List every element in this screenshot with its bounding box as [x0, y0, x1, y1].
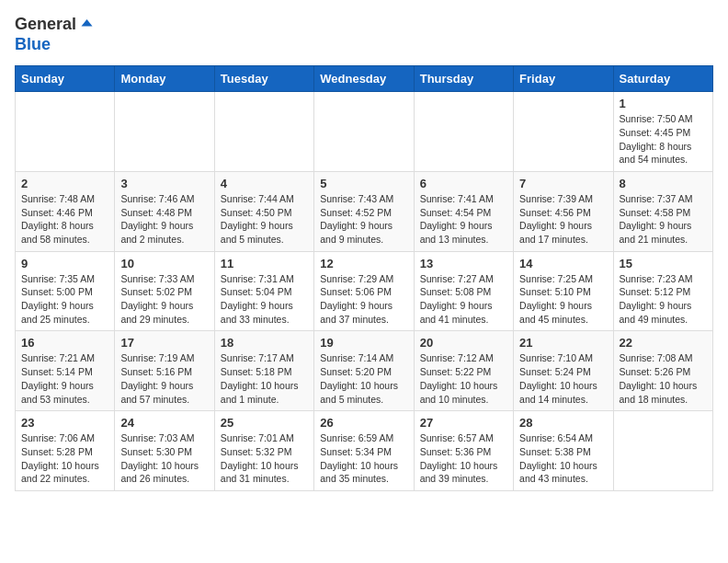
calendar-cell: 1Sunrise: 7:50 AM Sunset: 4:45 PM Daylig… [613, 92, 712, 172]
day-info: Sunrise: 7:03 AM Sunset: 5:30 PM Dayligh… [120, 431, 208, 486]
day-info: Sunrise: 7:48 AM Sunset: 4:46 PM Dayligh… [21, 192, 108, 247]
calendar-cell: 7Sunrise: 7:39 AM Sunset: 4:56 PM Daylig… [514, 171, 613, 251]
calendar-cell: 5Sunrise: 7:43 AM Sunset: 4:52 PM Daylig… [314, 171, 414, 251]
day-number: 28 [519, 416, 607, 430]
calendar-cell: 14Sunrise: 7:25 AM Sunset: 5:10 PM Dayli… [514, 251, 613, 331]
day-info: Sunrise: 6:59 AM Sunset: 5:34 PM Dayligh… [320, 431, 407, 486]
day-number: 26 [320, 416, 407, 430]
day-number: 13 [420, 257, 507, 270]
day-number: 4 [221, 177, 308, 190]
column-header-friday: Friday [514, 66, 613, 92]
day-number: 14 [519, 257, 607, 270]
day-number: 8 [620, 177, 707, 190]
day-number: 11 [221, 257, 308, 270]
column-header-monday: Monday [115, 66, 214, 92]
calendar-cell: 13Sunrise: 7:27 AM Sunset: 5:08 PM Dayli… [414, 251, 513, 331]
calendar-cell [16, 92, 115, 172]
calendar-cell: 9Sunrise: 7:35 AM Sunset: 5:00 PM Daylig… [16, 251, 115, 331]
day-number: 23 [21, 416, 108, 430]
calendar-cell: 23Sunrise: 7:06 AM Sunset: 5:28 PM Dayli… [16, 411, 115, 491]
calendar-cell: 25Sunrise: 7:01 AM Sunset: 5:32 PM Dayli… [214, 411, 313, 491]
day-info: Sunrise: 7:39 AM Sunset: 4:56 PM Dayligh… [519, 192, 607, 247]
day-info: Sunrise: 7:12 AM Sunset: 5:22 PM Dayligh… [420, 351, 507, 406]
day-info: Sunrise: 7:06 AM Sunset: 5:28 PM Dayligh… [21, 431, 108, 486]
calendar-cell: 21Sunrise: 7:10 AM Sunset: 5:24 PM Dayli… [514, 331, 613, 411]
logo: General Blue [15, 15, 95, 54]
calendar-cell: 11Sunrise: 7:31 AM Sunset: 5:04 PM Dayli… [214, 251, 313, 331]
day-number: 18 [221, 336, 308, 350]
day-number: 16 [21, 336, 108, 350]
day-info: Sunrise: 7:35 AM Sunset: 5:00 PM Dayligh… [21, 272, 108, 327]
calendar-cell: 15Sunrise: 7:23 AM Sunset: 5:12 PM Dayli… [613, 251, 712, 331]
day-number: 20 [420, 336, 507, 350]
day-info: Sunrise: 7:31 AM Sunset: 5:04 PM Dayligh… [221, 272, 308, 327]
day-info: Sunrise: 7:41 AM Sunset: 4:54 PM Dayligh… [420, 192, 507, 247]
day-number: 7 [519, 177, 607, 190]
day-info: Sunrise: 7:25 AM Sunset: 5:10 PM Dayligh… [519, 272, 607, 327]
page-header: General Blue [15, 15, 713, 54]
calendar-cell [115, 92, 214, 172]
day-number: 24 [120, 416, 208, 430]
day-info: Sunrise: 7:17 AM Sunset: 5:18 PM Dayligh… [221, 351, 308, 406]
day-info: Sunrise: 7:50 AM Sunset: 4:45 PM Dayligh… [620, 112, 707, 167]
calendar-cell: 19Sunrise: 7:14 AM Sunset: 5:20 PM Dayli… [314, 331, 414, 411]
calendar-table: SundayMondayTuesdayWednesdayThursdayFrid… [15, 65, 713, 491]
day-number: 17 [120, 336, 208, 350]
calendar-cell: 27Sunrise: 6:57 AM Sunset: 5:36 PM Dayli… [414, 411, 513, 491]
logo-icon [77, 17, 94, 33]
column-header-thursday: Thursday [414, 66, 513, 92]
calendar-cell: 18Sunrise: 7:17 AM Sunset: 5:18 PM Dayli… [214, 331, 313, 411]
day-number: 9 [21, 257, 108, 270]
calendar-cell: 20Sunrise: 7:12 AM Sunset: 5:22 PM Dayli… [414, 331, 513, 411]
day-number: 25 [221, 416, 308, 430]
day-info: Sunrise: 7:08 AM Sunset: 5:26 PM Dayligh… [620, 351, 707, 406]
calendar-cell [514, 92, 613, 172]
day-info: Sunrise: 7:21 AM Sunset: 5:14 PM Dayligh… [21, 351, 108, 406]
calendar-cell: 12Sunrise: 7:29 AM Sunset: 5:06 PM Dayli… [314, 251, 414, 331]
day-info: Sunrise: 7:01 AM Sunset: 5:32 PM Dayligh… [221, 431, 308, 486]
day-info: Sunrise: 7:14 AM Sunset: 5:20 PM Dayligh… [320, 351, 407, 406]
day-info: Sunrise: 7:37 AM Sunset: 4:58 PM Dayligh… [620, 192, 707, 247]
calendar-cell: 3Sunrise: 7:46 AM Sunset: 4:48 PM Daylig… [115, 171, 214, 251]
calendar-cell: 17Sunrise: 7:19 AM Sunset: 5:16 PM Dayli… [115, 331, 214, 411]
day-info: Sunrise: 7:19 AM Sunset: 5:16 PM Dayligh… [120, 351, 208, 406]
day-number: 19 [320, 336, 407, 350]
day-info: Sunrise: 6:57 AM Sunset: 5:36 PM Dayligh… [420, 431, 507, 486]
day-info: Sunrise: 7:10 AM Sunset: 5:24 PM Dayligh… [519, 351, 607, 406]
calendar-cell [314, 92, 414, 172]
calendar-cell: 8Sunrise: 7:37 AM Sunset: 4:58 PM Daylig… [613, 171, 712, 251]
column-header-wednesday: Wednesday [314, 66, 414, 92]
calendar-week-row: 16Sunrise: 7:21 AM Sunset: 5:14 PM Dayli… [16, 331, 713, 411]
logo-blue: Blue [15, 35, 51, 53]
calendar-week-row: 23Sunrise: 7:06 AM Sunset: 5:28 PM Dayli… [16, 411, 713, 491]
column-header-tuesday: Tuesday [214, 66, 313, 92]
calendar-cell [613, 411, 712, 491]
day-info: Sunrise: 6:54 AM Sunset: 5:38 PM Dayligh… [519, 431, 607, 486]
day-number: 15 [620, 257, 707, 270]
day-info: Sunrise: 7:27 AM Sunset: 5:08 PM Dayligh… [420, 272, 507, 327]
day-number: 5 [320, 177, 407, 190]
day-info: Sunrise: 7:44 AM Sunset: 4:50 PM Dayligh… [221, 192, 308, 247]
calendar-cell: 2Sunrise: 7:48 AM Sunset: 4:46 PM Daylig… [16, 171, 115, 251]
day-number: 3 [120, 177, 208, 190]
calendar-cell: 16Sunrise: 7:21 AM Sunset: 5:14 PM Dayli… [16, 331, 115, 411]
calendar-week-row: 2Sunrise: 7:48 AM Sunset: 4:46 PM Daylig… [16, 171, 713, 251]
calendar-cell: 26Sunrise: 6:59 AM Sunset: 5:34 PM Dayli… [314, 411, 414, 491]
calendar-week-row: 1Sunrise: 7:50 AM Sunset: 4:45 PM Daylig… [16, 92, 713, 172]
calendar-cell: 28Sunrise: 6:54 AM Sunset: 5:38 PM Dayli… [514, 411, 613, 491]
calendar-cell: 24Sunrise: 7:03 AM Sunset: 5:30 PM Dayli… [115, 411, 214, 491]
day-info: Sunrise: 7:43 AM Sunset: 4:52 PM Dayligh… [320, 192, 407, 247]
column-header-saturday: Saturday [613, 66, 712, 92]
day-info: Sunrise: 7:46 AM Sunset: 4:48 PM Dayligh… [120, 192, 208, 247]
day-info: Sunrise: 7:33 AM Sunset: 5:02 PM Dayligh… [120, 272, 208, 327]
day-number: 1 [620, 97, 707, 110]
day-number: 21 [519, 336, 607, 350]
calendar-header-row: SundayMondayTuesdayWednesdayThursdayFrid… [16, 66, 713, 92]
day-number: 2 [21, 177, 108, 190]
column-header-sunday: Sunday [16, 66, 115, 92]
calendar-cell: 4Sunrise: 7:44 AM Sunset: 4:50 PM Daylig… [214, 171, 313, 251]
day-number: 22 [620, 336, 707, 350]
day-number: 6 [420, 177, 507, 190]
day-number: 12 [320, 257, 407, 270]
calendar-cell: 10Sunrise: 7:33 AM Sunset: 5:02 PM Dayli… [115, 251, 214, 331]
